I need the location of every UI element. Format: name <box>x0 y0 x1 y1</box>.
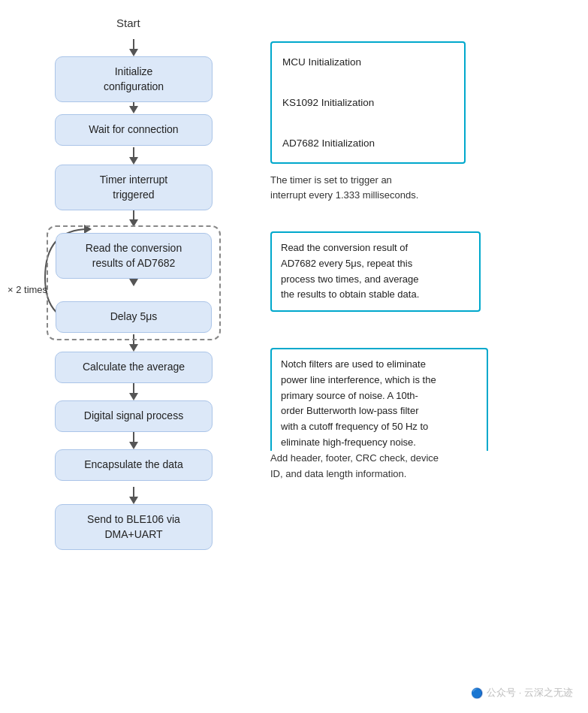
dsp-box: Digital signal process <box>55 400 213 432</box>
init-box: Initialize configuration <box>55 56 213 102</box>
node-encap: Encapsulate the data <box>55 449 213 481</box>
svg-marker-15 <box>129 442 138 449</box>
node-dsp: Digital signal process <box>55 400 213 432</box>
node-calc: Calculate the average <box>55 352 213 383</box>
node-wait: Wait for connection <box>55 114 213 146</box>
encap-box: Encapsulate the data <box>55 449 213 481</box>
loop-times-label: × 2 times <box>8 284 47 295</box>
diagram-container: Start Initialize configuration Wait for … <box>0 0 588 713</box>
read-box: Read the conversion results of AD7682 <box>56 233 212 279</box>
send-box: Send to BLE106 via DMA+UART <box>55 504 213 550</box>
start-label: Start <box>116 17 140 29</box>
calc-box: Calculate the average <box>55 352 213 383</box>
timer-box: Timer interrupt triggered <box>55 165 213 210</box>
svg-marker-3 <box>129 106 138 113</box>
wait-box: Wait for connection <box>55 114 213 146</box>
watermark: 🔵 公众号 · 云深之无迹 <box>471 686 573 699</box>
annotation-4: Notch filters are used to eliminatepower… <box>270 348 488 460</box>
node-send: Send to BLE106 via DMA+UART <box>55 504 213 550</box>
svg-marker-1 <box>129 49 138 56</box>
watermark-icon: 🔵 <box>471 687 483 699</box>
svg-marker-17 <box>129 497 138 504</box>
svg-marker-13 <box>129 393 138 400</box>
annotation-1: Start MCU InitializationKS1092 Initializ… <box>270 41 466 164</box>
svg-marker-11 <box>129 344 138 352</box>
annotation-5: Add header, footer, CRC check, deviceID,… <box>270 451 488 482</box>
svg-marker-5 <box>129 157 138 165</box>
node-init: Initialize configuration <box>55 56 213 102</box>
annotation-2: The timer is set to trigger aninterrupt … <box>270 173 466 202</box>
delay-box: Delay 5μs <box>56 301 212 333</box>
annotation-3: Read the conversion result ofAD7682 ever… <box>270 231 481 312</box>
loop-box: Read the conversion results of AD7682 De… <box>47 225 221 340</box>
node-timer: Timer interrupt triggered <box>55 165 213 210</box>
watermark-text: 公众号 · 云深之无迹 <box>487 686 573 699</box>
